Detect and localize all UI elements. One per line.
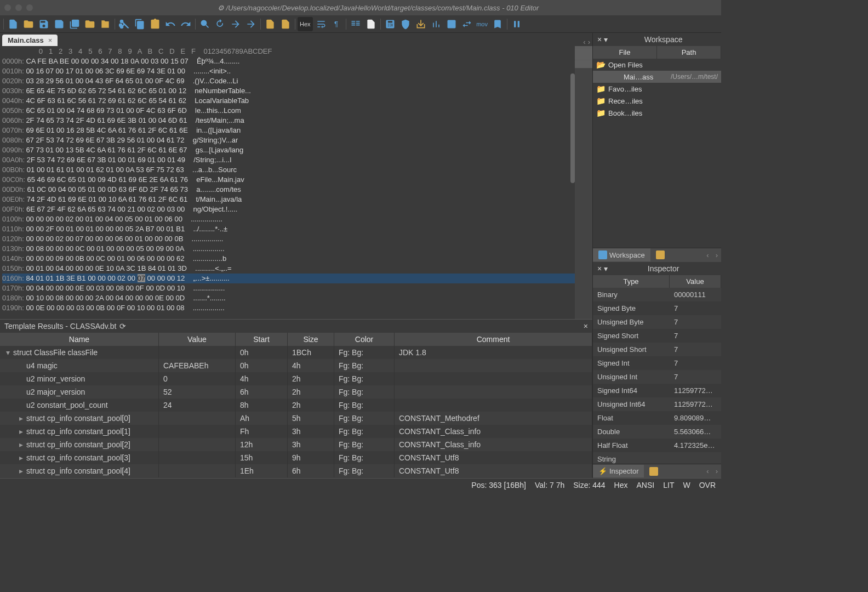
tab-close-icon[interactable]: × <box>48 36 53 44</box>
inspector-row[interactable]: Binary00000111 <box>593 288 721 301</box>
template-row[interactable]: ▸struct cp_info constant_pool[1]Fh3hFg: … <box>0 425 592 438</box>
col-start[interactable]: Start <box>236 333 288 346</box>
hex-row[interactable]: 0080h: 67 2F 53 74 72 69 6E 67 3B 29 56 … <box>2 135 590 145</box>
redo-button[interactable] <box>179 17 193 31</box>
checksum-button[interactable] <box>398 17 413 31</box>
workspace-item[interactable]: 📁Book…iles <box>593 107 721 119</box>
undo-button[interactable] <box>163 17 178 31</box>
hex-row[interactable]: 0110h: 00 00 2F 00 01 00 01 00 00 00 05 … <box>2 224 590 234</box>
hex-row[interactable]: 00E0h: 74 2F 4D 61 69 6E 01 00 10 6A 61 … <box>2 195 590 204</box>
inspector-row[interactable]: Unsigned Int7 <box>593 370 721 384</box>
histogram-button[interactable] <box>429 17 443 31</box>
inspector-tab[interactable]: ⚡ Inspector <box>593 465 644 477</box>
template-row[interactable]: ▸struct cp_info constant_pool[3]15h9hFg:… <box>0 451 592 464</box>
tree-toggle[interactable]: ▸ <box>18 440 24 449</box>
hex-row[interactable]: 00B0h: 01 00 01 61 01 00 01 62 01 00 0A … <box>2 165 590 175</box>
close-window-button[interactable] <box>4 4 11 11</box>
hex-row[interactable]: 0030h: 6E 65 4E 75 6D 62 65 72 54 61 62 … <box>2 86 590 96</box>
template-refresh-icon[interactable]: ⟳ <box>119 322 126 331</box>
template-row[interactable]: ▸struct cp_info constant_pool[2]12h3hFg:… <box>0 438 592 451</box>
scrollbar-thumb[interactable] <box>570 73 575 183</box>
template-row[interactable]: u2 major_version526h2hFg: Bg: <box>0 385 592 399</box>
save-all-button[interactable] <box>67 17 82 31</box>
status-val[interactable]: Val: 7 7h <box>535 481 564 489</box>
inspector-dropdown-icon[interactable]: ▾ <box>604 264 608 273</box>
toggle-linewrap-button[interactable] <box>314 17 328 31</box>
inspector-row[interactable]: Signed Int64112597721… <box>593 384 721 397</box>
ws-col-path[interactable]: Path <box>657 46 721 59</box>
workspace-item[interactable]: 📁Favo…iles <box>593 83 721 95</box>
col-color[interactable]: Color <box>334 333 395 346</box>
status-size[interactable]: Size: 444 <box>573 481 605 489</box>
hex-row[interactable]: 0040h: 4C 6F 63 61 6C 56 61 72 69 61 62 … <box>2 96 590 106</box>
hex-row[interactable]: 0100h: 00 00 00 00 02 00 01 00 04 00 05 … <box>2 214 590 224</box>
col-size[interactable]: Size <box>288 333 334 346</box>
hex-row[interactable]: 0070h: 69 6E 01 00 16 28 5B 4C 6A 61 76 … <box>2 126 590 135</box>
minimap[interactable] <box>575 46 592 319</box>
hex-row[interactable]: 0130h: 00 08 00 00 00 0C 00 01 00 00 00 … <box>2 244 590 254</box>
template-close-icon[interactable]: × <box>584 322 588 331</box>
hex-row[interactable]: 0090h: 67 73 01 00 13 5B 4C 6A 61 76 61 … <box>2 145 590 155</box>
hex-row[interactable]: 0160h: 84 01 01 1B 3E B1 00 00 00 02 00 … <box>2 274 590 283</box>
operations-button[interactable] <box>444 17 459 31</box>
hex-row[interactable]: 0020h: 03 28 29 56 01 00 04 43 6F 64 65 … <box>2 76 590 86</box>
hex-row[interactable]: 0180h: 00 10 00 08 00 00 00 2A 00 04 00 … <box>2 293 590 303</box>
insp-col-type[interactable]: Type <box>593 275 670 288</box>
inspector-row[interactable]: Unsigned Byte7 <box>593 315 721 329</box>
col-name[interactable]: Name <box>0 333 159 346</box>
calculator-button[interactable] <box>383 17 397 31</box>
highlight-button[interactable] <box>364 17 378 31</box>
inspector-row[interactable]: Unsigned Short7 <box>593 343 721 356</box>
hex-row[interactable]: 0000h: CA FE BA BE 00 00 00 34 00 18 0A … <box>2 56 590 66</box>
template-row[interactable]: ▾struct ClassFile classFile0h1BChFg: Bg:… <box>0 346 592 359</box>
inspector-row[interactable]: String <box>593 452 721 464</box>
status-w[interactable]: W <box>683 481 690 489</box>
template-row[interactable]: u2 minor_version04h2hFg: Bg: <box>0 372 592 385</box>
hex-row[interactable]: 00A0h: 2F 53 74 72 69 6E 67 3B 01 00 01 … <box>2 155 590 165</box>
hex-row[interactable]: 0060h: 2F 74 65 73 74 2F 4D 61 69 6E 3B … <box>2 116 590 126</box>
tree-toggle[interactable]: ▸ <box>18 453 24 462</box>
workspace-tab[interactable]: Workspace <box>593 248 650 261</box>
panel-tabs-prev[interactable]: ‹ <box>703 251 712 259</box>
col-value[interactable]: Value <box>159 333 236 346</box>
inspector-row[interactable]: Double5.563066… <box>593 425 721 439</box>
insp-tabs-prev[interactable]: ‹ <box>703 467 712 475</box>
script-button[interactable] <box>278 17 293 31</box>
file-tab[interactable]: Main.class × <box>2 35 58 46</box>
panel-tabs-next[interactable]: › <box>712 251 721 259</box>
inspector-row[interactable]: Unsigned Int64112597721… <box>593 397 721 411</box>
hex-row[interactable]: 0010h: 00 16 07 00 17 01 00 06 3C 69 6E … <box>2 66 590 76</box>
template-button[interactable] <box>263 17 277 31</box>
bookmark-button[interactable] <box>490 17 505 31</box>
new-file-button[interactable] <box>6 17 20 31</box>
status-ansi[interactable]: ANSI <box>637 481 655 489</box>
tree-toggle[interactable]: ▸ <box>18 466 24 475</box>
hex-row[interactable]: 00F0h: 6E 67 2F 4F 62 6A 65 63 74 00 21 … <box>2 204 590 214</box>
workspace-item[interactable]: 📁Rece…iles <box>593 95 721 107</box>
template-row[interactable]: u2 constant_pool_count248h2hFg: Bg: <box>0 399 592 412</box>
compare-button[interactable] <box>349 17 363 31</box>
inspector-row[interactable]: Signed Int7 <box>593 356 721 370</box>
copy-button[interactable] <box>133 17 147 31</box>
pause-button[interactable] <box>510 17 524 31</box>
template-row[interactable]: ▸struct cp_info constant_pool[4]1Eh6hFg:… <box>0 464 592 477</box>
tree-toggle[interactable]: ▸ <box>18 427 24 436</box>
template-row[interactable]: ▸struct cp_info constant_pool[0]Ah5hFg: … <box>0 412 592 425</box>
hex-row[interactable]: 00C0h: 65 46 69 6C 65 01 00 09 4D 61 69 … <box>2 175 590 185</box>
cut-button[interactable] <box>117 17 132 31</box>
inspector-close-icon[interactable]: × <box>595 264 604 273</box>
close-file-button[interactable] <box>98 17 112 31</box>
maximize-window-button[interactable] <box>26 4 33 11</box>
disassembly-button[interactable]: mov <box>475 17 489 31</box>
goto-button[interactable] <box>229 17 243 31</box>
template-row[interactable]: u4 magicCAFEBABEh0h4hFg: Bg: <box>0 359 592 372</box>
workspace-dropdown-icon[interactable]: ▾ <box>604 35 608 44</box>
explorer-tab[interactable] <box>650 248 670 261</box>
hex-row[interactable]: 0170h: 00 04 00 00 00 0E 00 03 00 08 00 … <box>2 283 590 293</box>
goto-next-button[interactable] <box>244 17 258 31</box>
workspace-item[interactable]: 📂Open Files <box>593 59 721 71</box>
tree-toggle[interactable]: ▸ <box>18 414 24 423</box>
hex-editor[interactable]: 0 1 2 3 4 5 6 7 8 9 A B C D E F 01234567… <box>0 46 592 319</box>
workspace-item[interactable]: Mai…ass/Users/…m/test/ <box>593 71 721 83</box>
col-comment[interactable]: Comment <box>395 333 592 346</box>
